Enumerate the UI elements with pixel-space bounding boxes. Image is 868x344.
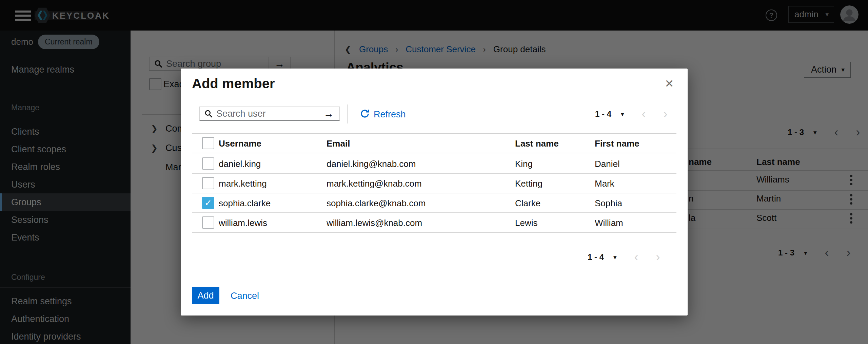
select-all-checkbox[interactable]: ✓ — [202, 137, 214, 149]
search-icon — [204, 109, 213, 118]
page-prev-icon[interactable]: ‹ — [634, 251, 638, 263]
modal-pagination-top: 1 - 4 ▾ ‹ › — [595, 108, 668, 120]
col-header-email: Email — [327, 134, 350, 153]
page-next-icon[interactable]: › — [656, 251, 660, 263]
add-member-modal: Add member ✕ → Refresh 1 - 4 ▾ ‹ › ✓ Use… — [181, 69, 688, 316]
user-table-row: ✓ william.lewis william.lewis@knab.com L… — [192, 213, 676, 233]
col-header-first-name: First name — [595, 134, 639, 153]
page-prev-icon[interactable]: ‹ — [642, 108, 646, 120]
row-checkbox[interactable]: ✓ — [202, 197, 214, 209]
search-submit-arrow-icon[interactable]: → — [318, 107, 339, 120]
user-table-row: ✓ mark.ketting mark.ketting@knab.com Ket… — [192, 174, 676, 193]
col-header-username: Username — [219, 134, 261, 153]
row-checkbox[interactable]: ✓ — [202, 177, 214, 189]
modal-pagination-bottom: 1 - 4 ▾ ‹ › — [588, 251, 660, 263]
user-search-input[interactable] — [213, 109, 318, 119]
user-table-row: ✓ daniel.king daniel.king@knab.com King … — [192, 154, 676, 174]
chevron-down-icon[interactable]: ▾ — [621, 111, 624, 117]
user-table-header-row: ✓ Username Email Last name First name — [192, 134, 676, 153]
close-icon[interactable]: ✕ — [665, 78, 674, 89]
row-checkbox[interactable]: ✓ — [202, 157, 214, 170]
page-next-icon[interactable]: › — [664, 108, 668, 120]
toolbar-divider — [347, 104, 348, 123]
user-search-box: → — [199, 107, 340, 121]
refresh-button[interactable]: Refresh — [360, 109, 406, 120]
row-checkbox[interactable]: ✓ — [202, 216, 214, 229]
modal-title: Add member — [192, 76, 275, 91]
chevron-down-icon[interactable]: ▾ — [613, 254, 617, 261]
user-table-row: ✓ sophia.clarke sophia.clarke@knab.com C… — [192, 193, 676, 213]
cancel-button[interactable]: Cancel — [231, 291, 259, 301]
col-header-last-name: Last name — [515, 134, 559, 153]
refresh-icon — [360, 109, 370, 120]
add-button[interactable]: Add — [192, 287, 219, 304]
